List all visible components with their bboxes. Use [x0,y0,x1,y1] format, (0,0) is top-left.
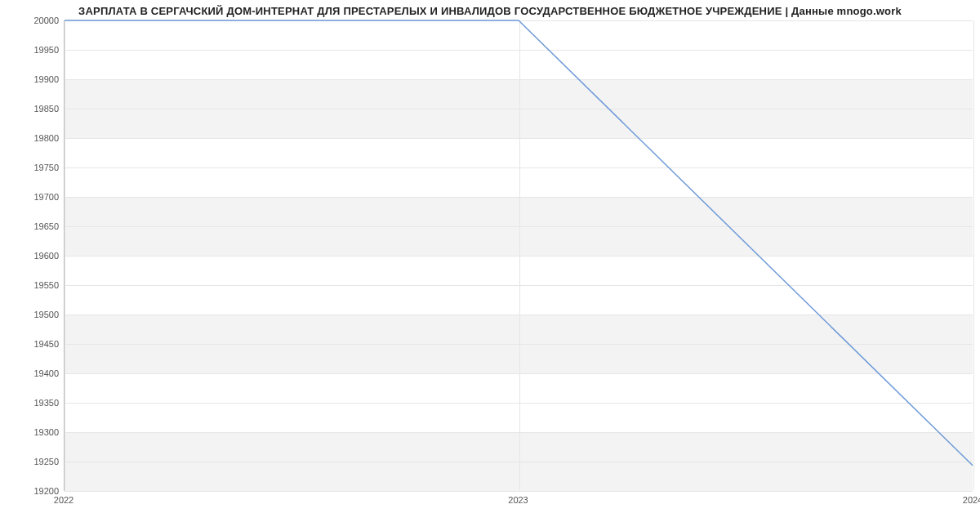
y-tick-label: 19500 [2,310,59,319]
y-tick-label: 19350 [2,398,59,408]
grid-line-y [65,491,973,492]
x-tick-label: 2024 [963,495,980,505]
x-tick-label: 2022 [54,495,74,505]
y-tick-label: 19200 [2,486,59,496]
grid-line-x [973,20,974,490]
chart-container: ЗАРПЛАТА В СЕРГАЧСКИЙ ДОМ-ИНТЕРНАТ ДЛЯ П… [0,0,980,531]
y-tick-label: 19750 [2,163,59,172]
y-tick-label: 19950 [2,45,59,55]
y-tick-label: 20000 [2,16,59,25]
y-tick-label: 19900 [2,74,59,84]
y-tick-label: 19400 [2,368,59,378]
x-tick-label: 2023 [508,495,528,505]
plot-area [64,20,973,491]
y-tick-label: 19300 [2,427,59,437]
y-tick-label: 19650 [2,221,59,231]
y-tick-label: 19450 [2,339,59,349]
y-tick-label: 19250 [2,457,59,466]
chart-title: ЗАРПЛАТА В СЕРГАЧСКИЙ ДОМ-ИНТЕРНАТ ДЛЯ П… [0,5,980,17]
salary-line [65,20,973,466]
y-tick-label: 19850 [2,104,59,114]
line-series [65,20,973,490]
y-tick-label: 19550 [2,280,59,290]
y-tick-label: 19800 [2,133,59,143]
y-tick-label: 19600 [2,251,59,261]
y-tick-label: 19700 [2,192,59,202]
